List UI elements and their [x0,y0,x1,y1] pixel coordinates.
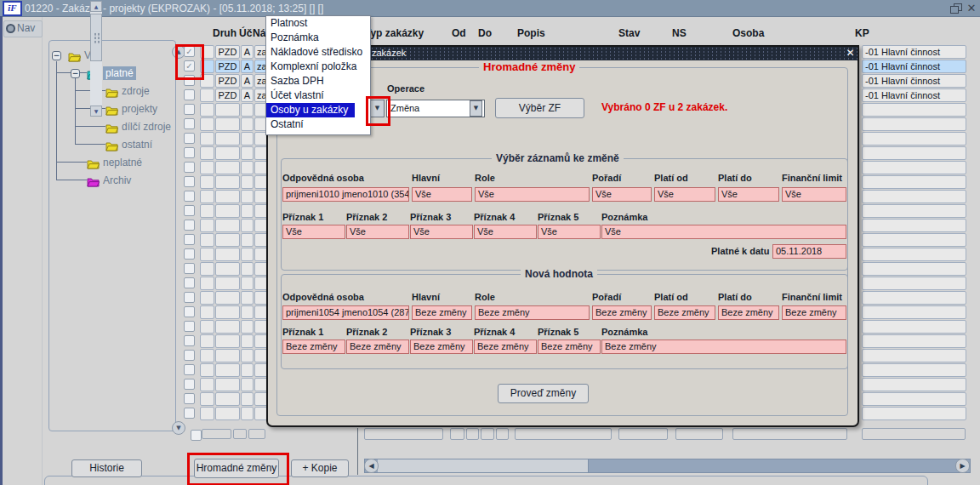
dropdown-scrollbar-thumb[interactable] [90,14,102,61]
row-cell-blank[interactable] [200,117,214,131]
row-cell-kp[interactable] [862,363,966,377]
row-cell-kp[interactable] [862,175,966,189]
row-cell-uc[interactable]: A [241,60,254,73]
row-cell-druh[interactable] [215,175,240,189]
newval-row2-field-2[interactable]: Beze změny [346,340,409,354]
row-checkbox[interactable] [184,162,195,173]
dropdown-item-ucet-vlastni[interactable]: Účet vlastní [266,88,355,103]
dropdown-item-sazba-dph[interactable]: Sazba DPH [266,74,355,88]
historie-button[interactable]: Historie [71,459,142,477]
row-checkbox[interactable] [184,292,195,303]
row-cell-druh[interactable] [215,349,240,362]
row-checkbox[interactable] [184,118,195,129]
row-cell-druh[interactable] [215,334,240,348]
row-cell-blank[interactable] [200,146,214,160]
execute-changes-button[interactable]: Proveď změny [498,384,589,403]
row-cell-druh[interactable] [215,320,240,334]
row-cell-uc[interactable] [241,363,254,377]
row-cell-druh[interactable] [215,262,240,276]
row-cell-uc[interactable] [241,392,254,406]
row-checkbox[interactable] [184,220,195,231]
row-cell-kp[interactable]: -01 Hlavní činnost [862,88,966,102]
tree-expander-icon[interactable]: − [71,69,80,78]
row-cell-kp[interactable]: -01 Hlavní činnost [862,74,966,88]
select-row2-field-4[interactable]: Vše [474,225,537,239]
row-cell-uc[interactable] [241,277,254,290]
row-cell-blank[interactable] [200,378,214,391]
valid-date-field[interactable]: 05.11.2018 [772,244,846,259]
select-row2-field-3[interactable]: Vše [410,225,473,239]
row-checkbox[interactable] [184,379,195,390]
row-cell-kp[interactable] [862,248,966,261]
row-cell-blank[interactable] [200,103,214,117]
row-cell-kp[interactable] [862,132,966,146]
select-row1-field-6[interactable]: Vše [718,187,779,202]
select-row1-field-3[interactable]: Vše [475,187,590,202]
row-cell-uc[interactable]: A [241,88,254,102]
row-cell-uc[interactable] [241,103,254,117]
select-row1-field-1[interactable]: prijmeni1010 jmeno1010 (3546 [282,187,409,202]
row-cell-uc[interactable] [241,233,254,247]
row-cell-druh[interactable] [215,277,240,290]
row-cell-uc[interactable] [241,204,254,218]
row-cell-blank[interactable] [200,291,214,305]
table-scroll-down-icon[interactable]: ▼ [172,421,185,435]
row-cell-druh[interactable] [215,291,240,305]
select-row2-field-1[interactable]: Vše [282,225,345,239]
tree-item-ostatni[interactable]: ostatní [105,138,159,151]
scroll-right-icon[interactable]: ▶ [955,459,970,473]
row-checkbox[interactable] [184,321,195,332]
row-checkbox[interactable] [184,335,195,346]
row-cell-blank[interactable] [200,248,214,261]
operation-combobox-arrow-icon[interactable]: ▼ [470,100,482,117]
restore-window-icon[interactable] [950,3,962,14]
row-cell-druh[interactable] [215,204,240,218]
dropdown-item-komplexni-polozka[interactable]: Komplexní položka [266,60,355,74]
row-cell-blank[interactable] [200,262,214,276]
row-cell-uc[interactable]: A [241,74,254,88]
tree-expander-icon[interactable]: − [52,51,61,60]
newval-row2-field-4[interactable]: Beze změny [474,340,537,354]
horizontal-scrollbar-thumb[interactable] [378,459,589,472]
row-checkbox[interactable] [184,89,195,100]
dropdown-item-poznamka[interactable]: Poznámka [266,31,355,45]
tree-item-vse[interactable]: Vše [68,48,159,62]
vyber-zf-button[interactable]: Výběr ZF [495,98,584,118]
row-checkbox[interactable] [184,408,195,419]
newval-row1-field-1[interactable]: prijmeni1054 jmeno1054 (287) [282,305,409,320]
newval-row1-field-2[interactable]: Beze změny [412,305,472,320]
dropdown-item-platnost[interactable]: Platnost [266,16,355,31]
row-cell-blank[interactable] [200,334,214,348]
row-cell-druh[interactable] [215,233,240,247]
row-cell-uc[interactable] [241,132,254,146]
row-cell-uc[interactable] [241,407,254,420]
newval-row1-field-6[interactable]: Beze změny [718,305,779,320]
tree-item-neplatne[interactable]: neplatné [87,156,159,169]
select-row2-field-5[interactable]: Vše [538,225,601,239]
row-cell-druh[interactable] [215,132,240,146]
field-list-dropdown-button[interactable]: ▼ [370,100,385,117]
row-cell-blank[interactable] [200,233,214,247]
close-window-icon[interactable]: ✕ [966,2,977,14]
row-checkbox[interactable] [184,191,195,202]
row-cell-kp[interactable] [862,392,966,406]
row-cell-kp[interactable] [862,190,966,203]
row-cell-uc[interactable] [241,305,254,319]
newval-row2-field-6[interactable]: Beze změny [601,340,846,354]
dropdown-item-nakladove-stredisko[interactable]: Nákladové středisko [266,45,355,60]
row-cell-blank[interactable] [200,277,214,290]
select-row2-field-2[interactable]: Vše [346,225,409,239]
newval-row2-field-1[interactable]: Beze změny [282,340,345,354]
row-cell-druh[interactable]: PZD [215,45,240,59]
dropdown-item-ostatni[interactable]: Ostatní [266,117,355,132]
row-cell-druh[interactable] [215,378,240,391]
row-cell-blank[interactable] [200,74,214,88]
select-row1-field-4[interactable]: Vše [592,187,652,202]
dialog-close-icon[interactable]: ✕ [844,47,857,60]
nav-toggle[interactable]: Nav [3,20,43,37]
newval-row2-field-5[interactable]: Beze změny [538,340,601,354]
kopie-button[interactable]: + Kopie [291,459,349,477]
row-cell-druh[interactable] [215,219,240,232]
row-cell-blank[interactable] [200,175,214,189]
row-checkbox[interactable] [184,248,195,260]
